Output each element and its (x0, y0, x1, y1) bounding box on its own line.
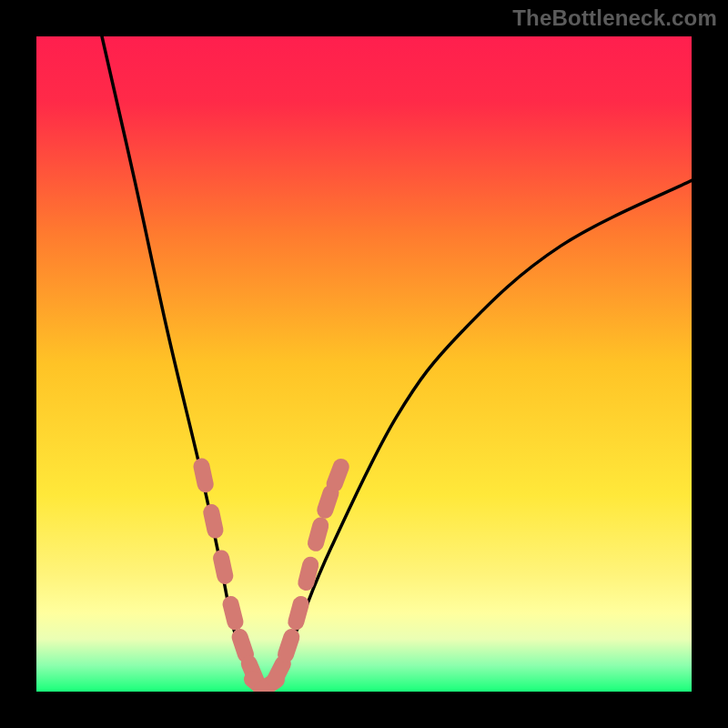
attribution-text: TheBottleneck.com (512, 5, 717, 31)
highlighted-data-points (202, 467, 341, 691)
data-point (275, 663, 283, 680)
data-point (316, 526, 320, 543)
data-point (211, 512, 215, 531)
data-point (202, 467, 206, 485)
data-point (306, 565, 310, 582)
data-point (286, 637, 291, 654)
data-point (231, 604, 236, 622)
data-point (335, 467, 341, 484)
chart-frame: TheBottleneck.com (0, 0, 728, 728)
data-point (325, 493, 330, 511)
bottleneck-curve (102, 36, 692, 692)
data-point (221, 558, 225, 576)
plot-area (36, 36, 692, 692)
data-point (240, 637, 246, 654)
chart-svg (36, 36, 692, 692)
data-point (296, 604, 300, 622)
